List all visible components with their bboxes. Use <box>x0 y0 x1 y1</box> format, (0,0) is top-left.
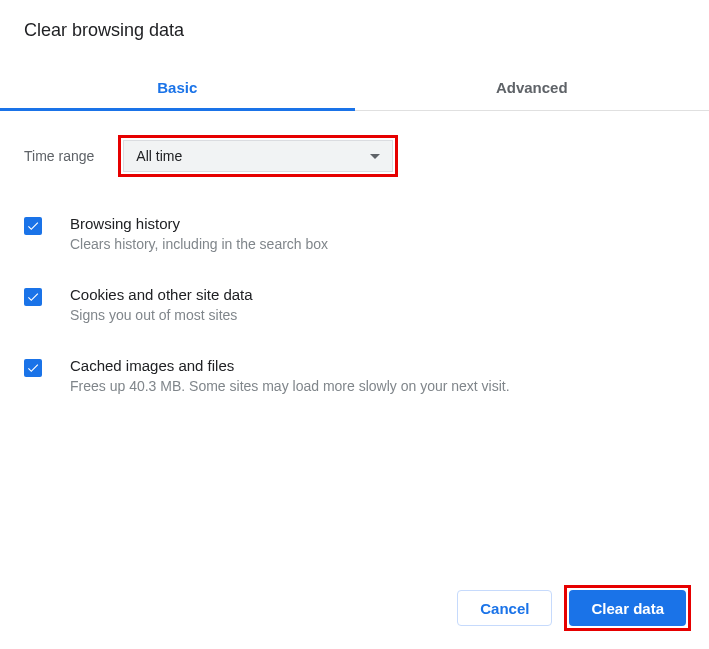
highlight-time-range: All time <box>118 135 398 177</box>
tabs-container: Basic Advanced <box>0 65 709 111</box>
time-range-label: Time range <box>24 148 94 164</box>
tab-basic[interactable]: Basic <box>0 65 355 110</box>
option-title: Browsing history <box>70 215 685 232</box>
option-title: Cookies and other site data <box>70 286 685 303</box>
checkbox-cookies[interactable] <box>24 288 42 306</box>
caret-down-icon <box>370 154 380 159</box>
tab-advanced[interactable]: Advanced <box>355 65 710 110</box>
option-text: Cached images and files Frees up 40.3 MB… <box>70 357 685 394</box>
option-text: Browsing history Clears history, includi… <box>70 215 685 252</box>
option-desc: Signs you out of most sites <box>70 307 685 323</box>
option-desc: Frees up 40.3 MB. Some sites may load mo… <box>70 378 685 394</box>
content-area: Time range All time Browsing history Cle… <box>0 111 709 452</box>
time-range-select[interactable]: All time <box>123 140 393 172</box>
option-cookies: Cookies and other site data Signs you ou… <box>24 286 685 323</box>
cancel-button[interactable]: Cancel <box>457 590 552 626</box>
time-range-value: All time <box>136 148 370 164</box>
option-browsing-history: Browsing history Clears history, includi… <box>24 215 685 252</box>
clear-data-button[interactable]: Clear data <box>569 590 686 626</box>
option-cached: Cached images and files Frees up 40.3 MB… <box>24 357 685 394</box>
check-icon <box>26 361 40 375</box>
dialog-footer: Cancel Clear data <box>457 585 691 631</box>
option-desc: Clears history, including in the search … <box>70 236 685 252</box>
option-text: Cookies and other site data Signs you ou… <box>70 286 685 323</box>
checkbox-cached[interactable] <box>24 359 42 377</box>
check-icon <box>26 290 40 304</box>
highlight-clear-button: Clear data <box>564 585 691 631</box>
option-title: Cached images and files <box>70 357 685 374</box>
dialog-title: Clear browsing data <box>0 0 709 41</box>
checkbox-browsing-history[interactable] <box>24 217 42 235</box>
time-range-row: Time range All time <box>24 135 685 177</box>
check-icon <box>26 219 40 233</box>
